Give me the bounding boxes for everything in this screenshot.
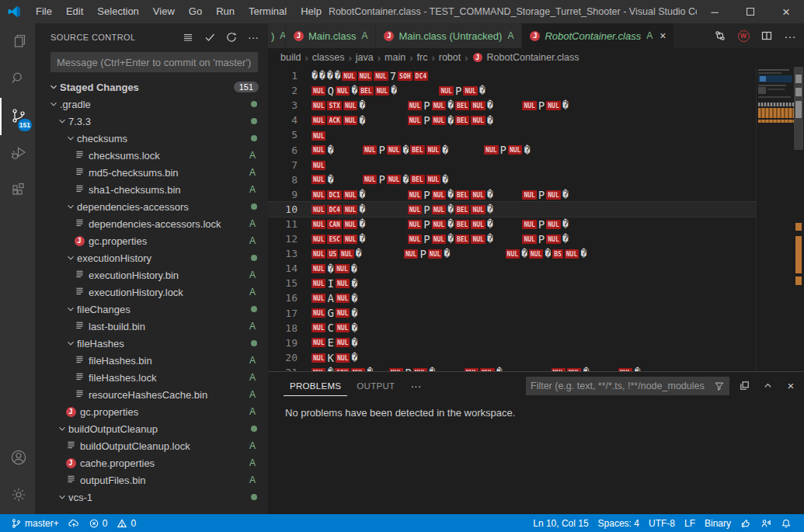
panel-tab-problems[interactable]: PROBLEMS xyxy=(284,375,347,396)
tree-item[interactable]: fileChanges xyxy=(35,301,268,318)
menu-help[interactable]: Help xyxy=(294,0,329,23)
close-icon[interactable]: × xyxy=(660,30,666,41)
code-line[interactable]: 4NULACKNUL� NULPNUL�BELNUL� xyxy=(268,113,756,127)
activity-item-settings[interactable] xyxy=(0,477,35,514)
editor[interactable]: 1����NULNULNUL7SOHDC42NULQNUL�BELNUL� NU… xyxy=(268,67,804,371)
status-lf[interactable]: LF xyxy=(680,514,700,532)
close-button[interactable]: × xyxy=(768,0,804,23)
code-line[interactable]: 18NULCNUL� xyxy=(268,321,756,336)
bell-status[interactable] xyxy=(776,514,796,532)
more-actions-button[interactable]: ··· xyxy=(782,28,798,43)
code-line[interactable]: 5NUL xyxy=(268,127,756,142)
tree-item[interactable]: executionHistory.lockA xyxy=(35,283,268,301)
more-actions-button[interactable]: ··· xyxy=(245,29,262,46)
cloud-upload-status[interactable] xyxy=(64,514,84,532)
activity-item-run-debug[interactable] xyxy=(0,135,35,172)
overview-ruler[interactable] xyxy=(793,67,804,371)
breadcrumb-item[interactable]: main xyxy=(383,52,407,63)
code-line[interactable]: 7NUL xyxy=(268,158,756,172)
code-line[interactable]: 21NUL�SOHNUL� NULPNUL� NULNUL� NULNUL� N… xyxy=(268,365,756,371)
breadcrumb-item[interactable]: RobotContainer.class xyxy=(486,52,581,63)
status-binary[interactable]: Binary xyxy=(700,514,736,532)
code-line[interactable]: 10NULDC4NUL� NULPNUL�BELNUL� xyxy=(268,202,756,217)
tree-item[interactable]: fileHashes xyxy=(35,335,268,352)
error-status[interactable]: 0 xyxy=(84,514,113,532)
tab--[interactable]: )A xyxy=(268,23,285,48)
code-line[interactable]: 1����NULNULNUL7SOHDC4 xyxy=(268,68,756,83)
tree-item[interactable]: resourceHashesCache.binA xyxy=(35,386,268,403)
git-branch-status[interactable]: master+ xyxy=(6,514,64,532)
maximize-panel-button[interactable] xyxy=(737,379,751,393)
breadcrumb-item[interactable]: java xyxy=(354,52,375,63)
open-changes-icon[interactable] xyxy=(712,28,728,43)
activity-item-explorer[interactable] xyxy=(0,23,35,61)
view-as-list-button[interactable] xyxy=(179,29,197,46)
tree-item[interactable]: checksums.lockA xyxy=(35,147,268,164)
tree-item[interactable]: outputFiles.binA xyxy=(35,471,268,489)
code-line[interactable]: 16NULANUL� xyxy=(268,290,756,305)
menu-selection[interactable]: Selection xyxy=(90,0,145,23)
collapse-panel-button[interactable] xyxy=(760,379,774,393)
tree-item[interactable]: buildOutputCleanup xyxy=(35,420,268,437)
tree-item[interactable]: vcs-1 xyxy=(35,489,268,506)
wpilib-icon[interactable]: W xyxy=(736,28,751,43)
tree-item[interactable]: md5-checksums.binA xyxy=(35,164,268,181)
warning-status[interactable]: 0 xyxy=(112,514,141,532)
menu-edit[interactable]: Edit xyxy=(59,0,90,23)
refresh-button[interactable] xyxy=(223,29,240,46)
activity-item-source-control[interactable]: 151 xyxy=(0,98,35,135)
code-line[interactable]: 14NUL�NUL� xyxy=(268,261,756,276)
menu-go[interactable]: Go xyxy=(182,0,209,23)
breadcrumb-item[interactable]: robot xyxy=(437,52,463,63)
tree-item[interactable]: 7.3.3 xyxy=(35,113,268,130)
split-editor-icon[interactable] xyxy=(759,28,774,43)
tree-item[interactable]: checksums xyxy=(35,130,268,147)
thumbsup-status[interactable] xyxy=(736,514,756,532)
code-line[interactable]: 2NULQNUL�BELNUL� NULPNUL� xyxy=(268,83,756,98)
tree-item[interactable]: Jcache.propertiesA xyxy=(35,454,268,471)
close-panel-button[interactable]: × xyxy=(784,379,798,393)
activity-item-search[interactable] xyxy=(0,61,35,98)
tab-robotcontainer-class[interactable]: JRobotContainer.classA× xyxy=(522,23,673,48)
filter-input[interactable] xyxy=(526,381,709,391)
code-line[interactable]: 12NULESCNUL� NULPNUL�BELNUL� NULPNUL� xyxy=(268,231,756,246)
tree-item[interactable]: sha1-checksums.binA xyxy=(35,181,268,198)
feedback-status[interactable] xyxy=(756,514,776,532)
code-line[interactable]: 15NULINUL� xyxy=(268,276,756,290)
code-line[interactable]: 11NULCANNUL� NULPNUL�BELNUL� NULPNUL� xyxy=(268,217,756,231)
tree-item[interactable]: Jgc.propertiesA xyxy=(35,232,268,249)
tree-item[interactable]: Jgc.propertiesA xyxy=(35,403,268,420)
status-ln-10-col-15[interactable]: Ln 10, Col 15 xyxy=(528,514,593,532)
breadcrumb-item[interactable]: classes xyxy=(311,52,346,63)
code-line[interactable]: 6NUL� NULPNUL�BELNUL� NULPNUL� xyxy=(268,142,756,157)
code-line[interactable]: 3NULSTXNUL� NULPNUL�BELNUL� NULPNUL� xyxy=(268,98,756,113)
menu-file[interactable]: File xyxy=(29,0,59,23)
code-line[interactable]: 8NUL� NULPNUL�BELNUL� xyxy=(268,172,756,187)
tree-item[interactable]: fileHashes.lockA xyxy=(35,369,268,386)
minimap[interactable] xyxy=(756,67,793,371)
activity-item-extensions[interactable] xyxy=(0,172,35,210)
more-actions-button[interactable]: ··· xyxy=(404,380,427,392)
code-line[interactable]: 17NULGNUL� xyxy=(268,306,756,321)
code-line[interactable]: 20NULKNUL� xyxy=(268,350,756,365)
tree-item[interactable]: buildOutputCleanup.lockA xyxy=(35,437,268,454)
activity-item-account[interactable] xyxy=(0,440,35,477)
maximize-button[interactable] xyxy=(733,0,768,23)
commit-button[interactable] xyxy=(201,29,218,46)
status-utf-8[interactable]: UTF-8 xyxy=(644,514,680,532)
tree-item[interactable]: dependencies-accessors.lockA xyxy=(35,215,268,232)
staged-changes-header[interactable]: Staged Changes 151 xyxy=(35,78,268,96)
panel-tab-output[interactable]: OUTPUT xyxy=(350,375,401,396)
tree-item[interactable]: executionHistory.binA xyxy=(35,266,268,283)
breadcrumb-item[interactable]: frc xyxy=(416,52,430,63)
tab-main-class[interactable]: JMain.classA xyxy=(286,23,375,48)
code-line[interactable]: 13NULUSNUL� NULPNUL� NUL�NUL�BSNUL� xyxy=(268,246,756,261)
status-spaces-4[interactable]: Spaces: 4 xyxy=(593,514,644,532)
code-line[interactable]: 19NULENUL� xyxy=(268,336,756,350)
tree-item[interactable]: .gradle xyxy=(35,96,268,113)
tree-item[interactable]: last-build.binA xyxy=(35,318,268,335)
menu-terminal[interactable]: Terminal xyxy=(242,0,294,23)
tree-item[interactable]: dependencies-accessors xyxy=(35,198,268,215)
menu-view[interactable]: View xyxy=(146,0,182,23)
commit-message-input[interactable] xyxy=(50,52,258,72)
